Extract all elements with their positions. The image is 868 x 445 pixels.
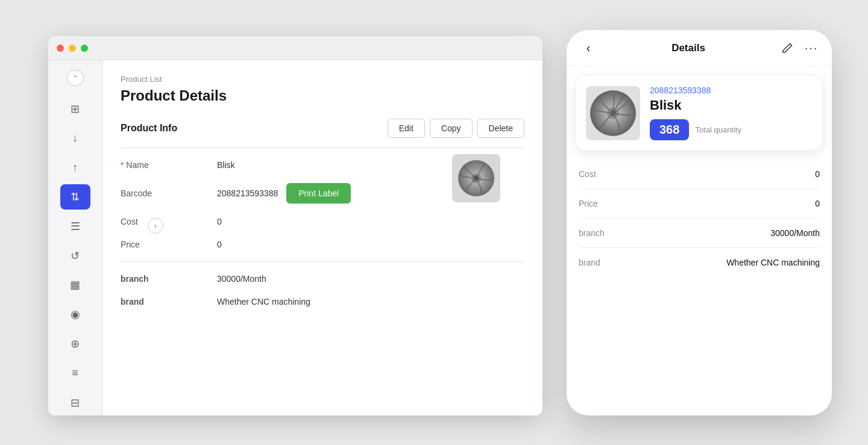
total-quantity-label: Total quantity — [695, 125, 741, 134]
collapse-button[interactable]: ⌃ — [67, 70, 84, 86]
product-card: 2088213593388 Blisk 368 Total quantity — [576, 76, 822, 150]
window-titlebar — [48, 36, 542, 60]
expand-sidebar-button[interactable]: › — [148, 218, 163, 234]
mobile-phone: ‹ Details ··· — [567, 30, 832, 415]
branch-label: branch — [121, 274, 217, 284]
quantity-badge: 368 — [650, 119, 689, 140]
chevron-up-icon: ⌃ — [73, 75, 78, 81]
menu-icon: ≡ — [72, 367, 78, 379]
detail-row-price: Price 0 — [579, 189, 820, 219]
delete-button[interactable]: Delete — [477, 119, 524, 138]
barcode-value: 2088213593388 — [217, 188, 278, 198]
history-icon: ↺ — [71, 249, 80, 263]
minimize-button[interactable] — [69, 45, 76, 52]
sidebar-item-grid[interactable]: ⊞ — [60, 96, 90, 122]
section-header: Product Info Edit Copy Delete — [121, 119, 524, 138]
product-name: Blisk — [650, 98, 813, 113]
extra-divider — [121, 261, 524, 262]
quantity-row: 368 Total quantity — [650, 119, 813, 140]
detail-label-price: Price — [579, 199, 598, 208]
detail-value-price: 0 — [815, 199, 820, 208]
product-card-info: 2088213593388 Blisk 368 Total quantity — [650, 86, 813, 140]
sidebar-item-history[interactable]: ↺ — [60, 243, 90, 269]
price-value: 0 — [217, 240, 524, 249]
detail-row-brand: brand Whether CNC machining — [579, 248, 820, 277]
add-icon: ⊕ — [71, 337, 80, 350]
turbine-thumbnail-svg — [452, 154, 500, 202]
copy-button[interactable]: Copy — [430, 119, 473, 138]
brand-value: Whether CNC machining — [217, 297, 524, 307]
download-icon: ↓ — [72, 132, 78, 145]
upload-icon: ↑ — [72, 161, 78, 174]
sidebar: ⌃ ⊞ ↓ ↑ ⇅ ☰ ↺ ▦ ◉ — [48, 60, 102, 415]
detail-value-branch: 30000/Month — [770, 228, 820, 238]
name-label: Name — [121, 160, 217, 170]
breadcrumb: Product List — [121, 75, 524, 84]
product-card-image — [586, 86, 640, 140]
transfer-icon: ⇅ — [71, 190, 80, 204]
product-info-block: Name Blisk Barcode 2088213593388 Print L… — [121, 160, 524, 249]
print-label-button[interactable]: Print Label — [286, 183, 351, 204]
sidebar-item-menu[interactable]: ≡ — [60, 360, 90, 386]
detail-row-cost: Cost 0 — [579, 160, 820, 189]
sidebar-item-table[interactable]: ⊟ — [60, 390, 90, 415]
sidebar-item-upload[interactable]: ↑ — [60, 155, 90, 181]
phone-actions: ··· — [779, 40, 820, 57]
sidebar-item-transfer[interactable]: ⇅ — [60, 184, 90, 210]
list-icon: ☰ — [71, 220, 80, 233]
chart-icon: ▦ — [70, 278, 80, 291]
close-button[interactable] — [57, 45, 64, 52]
section-title: Product Info — [121, 123, 177, 134]
window-body: ⌃ ⊞ ↓ ↑ ⇅ ☰ ↺ ▦ ◉ — [48, 60, 542, 415]
product-thumbnail — [452, 154, 500, 202]
price-label: Price — [121, 240, 217, 249]
product-barcode-number: 2088213593388 — [650, 86, 813, 95]
table-icon: ⊟ — [71, 396, 80, 409]
main-content: › Product List Product Details Product I… — [102, 60, 542, 415]
back-button[interactable]: ‹ — [579, 39, 598, 58]
detail-value-cost: 0 — [815, 169, 820, 179]
branch-value: 30000/Month — [217, 274, 524, 284]
sidebar-item-list[interactable]: ☰ — [60, 213, 90, 239]
more-icon: ··· — [805, 41, 819, 55]
detail-value-brand: Whether CNC machining — [726, 258, 820, 267]
maximize-button[interactable] — [81, 45, 88, 52]
eye-icon: ◉ — [71, 308, 80, 321]
detail-label-branch: branch — [579, 228, 605, 238]
grid-icon: ⊞ — [71, 102, 80, 116]
extra-fields-grid: branch 30000/Month brand Whether CNC mac… — [121, 274, 524, 307]
cost-value: 0 — [217, 217, 524, 226]
brand-label: brand — [121, 297, 217, 307]
phone-title: Details — [671, 42, 705, 54]
sidebar-item-eye[interactable]: ◉ — [60, 302, 90, 328]
detail-row-branch: branch 30000/Month — [579, 219, 820, 248]
action-buttons: Edit Copy Delete — [388, 119, 524, 138]
barcode-label: Barcode — [121, 188, 217, 198]
edit-icon-button[interactable] — [779, 40, 796, 57]
edit-icon — [781, 42, 793, 54]
page-title: Product Details — [121, 87, 524, 104]
detail-label-brand: brand — [579, 258, 600, 267]
product-image-svg — [586, 86, 640, 140]
sidebar-item-download[interactable]: ↓ — [60, 125, 90, 151]
phone-topbar: ‹ Details ··· — [567, 30, 832, 66]
sidebar-item-add[interactable]: ⊕ — [60, 331, 90, 357]
edit-button[interactable]: Edit — [388, 119, 425, 138]
desktop-window: ⌃ ⊞ ↓ ↑ ⇅ ☰ ↺ ▦ ◉ — [48, 36, 542, 415]
section-divider — [121, 148, 524, 148]
detail-label-cost: Cost — [579, 169, 596, 179]
phone-detail-list: Cost 0 Price 0 branch 30000/Month brand … — [567, 160, 832, 415]
more-icon-button[interactable]: ··· — [803, 40, 820, 57]
cost-label: Cost — [121, 217, 217, 226]
sidebar-item-chart[interactable]: ▦ — [60, 272, 90, 298]
back-icon: ‹ — [587, 41, 591, 55]
